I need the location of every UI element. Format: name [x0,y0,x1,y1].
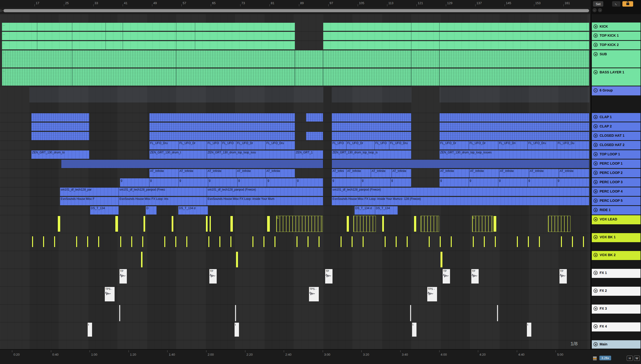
clip[interactable] [323,23,411,31]
clip[interactable] [406,236,408,247]
clip[interactable] [236,252,238,268]
track-lane-closed-hat-2[interactable]: FL_UFO_DruFL_UFO_DrFL_UFOFL_UFOFL_UFO_Dr… [0,141,590,150]
clip[interactable]: t [235,323,239,336]
clip[interactable] [440,32,589,40]
clip[interactable] [195,41,295,50]
track-lane-perc-loop-3[interactable]: ggggggggggggggg [0,178,590,188]
clip[interactable] [493,216,497,232]
clip[interactable]: FL_UFO_Dr [236,141,266,150]
track-lane-6-group[interactable] [0,86,590,113]
track-lane-vox-bk-2[interactable] [0,251,590,269]
clip[interactable] [517,236,518,247]
clip[interactable] [106,32,123,40]
clip[interactable] [384,236,386,247]
fold-right-icon[interactable] [593,199,598,203]
clip[interactable] [31,113,89,122]
clip[interactable] [58,216,61,232]
track-lane-perc-loop-2[interactable]: AT_InfiniteAT_InfiniteAT_InfiniteAT_Infi… [0,169,590,178]
clip[interactable] [495,236,496,247]
clip[interactable] [572,236,573,247]
fold-right-icon[interactable] [593,24,598,28]
track-lane-clap-2[interactable] [0,122,590,132]
track-lane-top-kick-2[interactable]: ... [0,41,590,50]
clip[interactable] [351,236,353,247]
clip[interactable] [440,87,589,102]
fold-down-icon[interactable] [593,52,598,56]
clip[interactable]: TPS - [427,287,437,302]
arrangement-area[interactable]: ...............FL_UFO_DruFL_UFO_DrFL_UFO… [0,14,590,349]
clip[interactable]: ZEN_GRT_1 [295,150,323,159]
clip[interactable] [195,23,295,31]
clip[interactable] [29,87,323,102]
track-header-fx-2[interactable]: FX 2 [592,287,640,296]
clip[interactable] [411,32,440,40]
clip[interactable] [528,236,529,247]
fold-right-icon[interactable] [593,152,598,156]
scrollbar-thumb[interactable] [4,9,589,12]
fold-down-icon[interactable] [593,235,598,239]
clip[interactable]: g [528,178,557,187]
clip[interactable] [37,23,72,31]
clip[interactable]: TP [443,269,450,284]
clip[interactable] [175,236,177,247]
clip[interactable] [296,236,298,247]
clip[interactable] [98,236,99,247]
track-header-top-kick-2[interactable]: TOP KICK 2 [592,41,640,50]
clip[interactable] [195,32,295,40]
clip[interactable] [411,41,440,50]
track-lane-vox-lead[interactable]: CC [0,215,590,233]
clip[interactable] [295,68,323,86]
clip[interactable]: sm101_df_tech128_par [60,188,119,196]
clip[interactable] [31,122,89,131]
nav-forward-button[interactable]: → [598,8,602,12]
clip[interactable] [176,50,295,68]
clip[interactable] [186,236,188,247]
clip[interactable] [230,216,233,232]
clip[interactable] [176,41,195,50]
clip[interactable]: g [391,178,411,187]
track-header-perc-loop-1[interactable]: PERC LOOP 1 [592,160,640,168]
clip[interactable] [539,236,540,247]
track-header-vox-lead[interactable]: VOX LEAD [592,215,640,224]
fold-right-icon[interactable] [593,208,598,212]
clip[interactable]: TPS - [105,287,115,302]
clip[interactable]: TP [209,269,217,284]
clip[interactable]: FL_UFO_Dru [389,141,411,150]
clip[interactable] [497,305,498,321]
clip[interactable] [141,252,143,268]
lock-button[interactable] [622,1,633,6]
clip[interactable] [219,236,221,247]
track-lane-fx-3[interactable] [0,304,590,322]
clip[interactable] [209,216,211,232]
height-zoom-button[interactable]: H [627,356,633,361]
clip[interactable]: TPS - [309,287,319,302]
fold-right-icon[interactable] [593,342,598,346]
clip[interactable]: sm101_df_tech128_panpod (Freez [119,188,207,196]
track-header-perc-loop-4[interactable]: PERC LOOP 4 [592,188,640,196]
clip[interactable]: g [469,178,498,187]
track-header-fx-4[interactable]: FX 4 [592,322,640,332]
clip[interactable] [123,32,176,40]
width-zoom-button[interactable]: W [634,356,640,361]
clip[interactable] [54,236,55,247]
clip[interactable] [583,236,584,247]
clip[interactable]: FL_UFO [207,141,222,150]
clip[interactable]: ZEN_GRT_130_drum_top_loop_issues [440,150,589,159]
clip[interactable] [323,41,411,50]
clip[interactable]: AT_Infini [332,169,347,177]
track-header-kick[interactable]: KICK [592,22,640,31]
track-header-ride-1[interactable]: RIDE 1 [592,206,640,214]
beat-time-ruler[interactable]: 1725334149576573818997105113121129137145… [0,0,590,8]
clip[interactable] [87,236,88,247]
clip[interactable]: AT_Infinite [266,169,295,177]
clip[interactable]: FL_UFO [375,141,389,150]
clip[interactable]: FL_UFO_Dru [149,141,179,150]
meter-icon[interactable] [592,356,597,360]
clip[interactable]: ZEN_GRT_130_drum_t [149,150,207,159]
clip[interactable] [119,305,120,321]
clip[interactable]: C [276,216,323,232]
clip[interactable]: TP [559,269,567,284]
clip[interactable] [208,236,210,247]
clip[interactable]: ... [2,68,72,86]
track-header-6-group[interactable]: ≡6 Group [592,86,640,96]
